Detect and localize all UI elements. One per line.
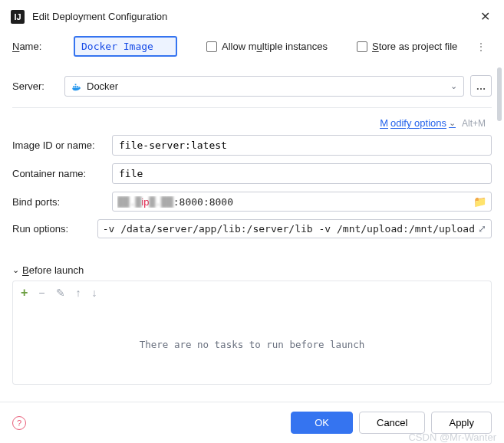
modify-hint: Alt+M <box>462 118 486 129</box>
apply-button[interactable]: Apply <box>431 412 492 434</box>
name-label: Name: <box>12 41 58 52</box>
add-task-button[interactable]: + <box>21 286 28 300</box>
chevron-down-icon: ⌄ <box>12 265 19 275</box>
before-launch-toolbar: + − ✎ ↑ ↓ <box>12 281 492 304</box>
edit-task-button[interactable]: ✎ <box>56 287 65 299</box>
store-project-label: Store as project file <box>372 41 457 52</box>
container-name-label: Container name: <box>12 168 112 179</box>
name-input[interactable] <box>74 36 177 57</box>
before-launch-toggle[interactable]: ⌄ Before launch <box>0 246 504 281</box>
image-id-input[interactable] <box>112 135 492 156</box>
allow-multiple-label: Allow multiple instances <box>222 41 328 52</box>
dialog-title: Edit Deployment Configuration <box>32 11 469 22</box>
kebab-icon[interactable]: ⋮ <box>473 41 489 53</box>
container-name-input[interactable] <box>112 163 492 184</box>
chevron-down-icon: ⌄ <box>450 81 457 91</box>
run-options-label: Run options: <box>12 223 97 235</box>
docker-icon <box>71 82 82 90</box>
store-project-checkbox[interactable] <box>357 41 367 52</box>
move-up-button[interactable]: ↑ <box>76 287 81 299</box>
chevron-down-icon: ⌄ <box>449 118 456 128</box>
app-icon: IJ <box>11 10 25 24</box>
server-select[interactable]: Docker ⌄ <box>64 76 464 97</box>
ok-button[interactable]: OK <box>291 412 353 434</box>
cancel-button[interactable]: Cancel <box>359 412 425 434</box>
before-launch-empty: There are no tasks to run before launch <box>12 304 492 385</box>
expand-icon[interactable]: ⤢ <box>478 223 486 235</box>
image-id-label: Image ID or name: <box>12 139 112 151</box>
server-more-button[interactable]: … <box>470 75 492 97</box>
allow-multiple-checkbox[interactable] <box>206 41 217 52</box>
folder-icon[interactable]: 📁 <box>473 195 486 208</box>
bind-ports-input[interactable]: ██.█ip█.██:8000:8000 📁 <box>112 192 492 212</box>
help-icon[interactable]: ? <box>12 416 26 430</box>
run-options-input[interactable]: -v /data/server/app/lib:/server/lib -v /… <box>97 219 492 238</box>
modify-options-link[interactable]: Modify options ⌄ <box>380 117 456 129</box>
remove-task-button[interactable]: − <box>38 287 44 299</box>
close-icon[interactable]: ✕ <box>477 8 493 25</box>
scrollbar[interactable] <box>497 67 502 121</box>
move-down-button[interactable]: ↓ <box>92 287 97 299</box>
bind-ports-label: Bind ports: <box>12 196 112 208</box>
server-label: Server: <box>12 80 58 92</box>
